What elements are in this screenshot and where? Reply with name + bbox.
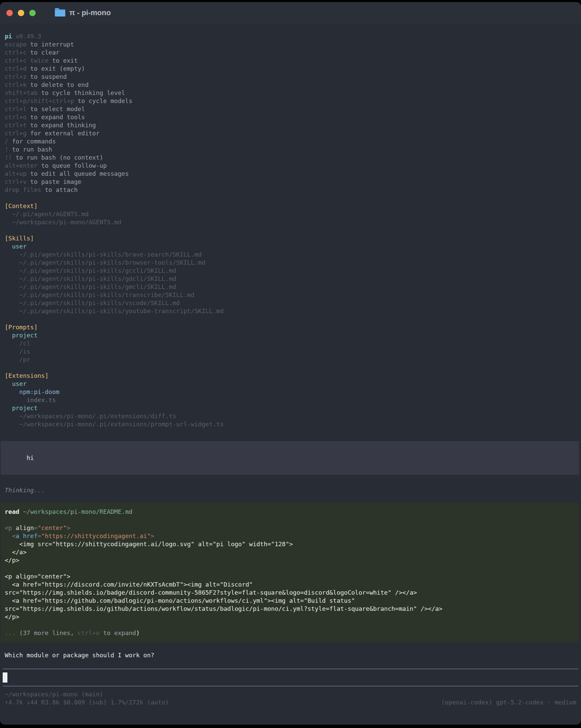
text-segment: a href bbox=[16, 532, 38, 540]
text-segment bbox=[5, 243, 12, 250]
text-segment: ~/.pi/agent/skills/pi-skills/brave-searc… bbox=[19, 251, 202, 258]
log-line: ~/workspaces/pi-mono/AGENTS.md bbox=[5, 218, 576, 226]
log-line: /cl bbox=[5, 339, 576, 347]
log-line: project bbox=[5, 404, 576, 412]
text-segment: ~/.pi/agent/skills/pi-skills/browser-too… bbox=[19, 259, 205, 266]
text-segment bbox=[5, 340, 19, 347]
thinking-indicator: Thinking... bbox=[5, 486, 576, 494]
log-line: ctrl+g for external editor bbox=[5, 129, 576, 137]
log-line: npm:pi-doom bbox=[5, 388, 576, 396]
log-line: ... (37 more lines, ctrl+o to expand) bbox=[5, 629, 575, 637]
text-segment: </a> bbox=[5, 548, 27, 555]
panels-block: [Context] ~/.pi/agent/AGENTS.md ~/worksp… bbox=[5, 202, 576, 428]
log-line: src="https://img.shields.io/github/actio… bbox=[5, 605, 575, 613]
log-line: </p> bbox=[5, 613, 575, 621]
text-segment: <p bbox=[5, 524, 16, 531]
log-line: </a> bbox=[5, 548, 575, 556]
text-segment: to run bash (no context) bbox=[12, 154, 103, 161]
tool-call-read: read ~/workspaces/pi-mono/README.md <p a… bbox=[1, 502, 579, 643]
text-segment: > bbox=[151, 532, 155, 540]
log-line: project bbox=[5, 331, 576, 339]
section-header: [Skills] bbox=[5, 234, 576, 242]
text-segment bbox=[5, 218, 12, 226]
text-segment: project bbox=[12, 405, 38, 412]
token-stats: ↑4.7k ↓44 R3.8k $0.009 (sub) 1.7%/272k (… bbox=[5, 698, 169, 706]
text-segment: to queue follow-up bbox=[38, 162, 107, 169]
log-line: ctrl+l to select model bbox=[5, 105, 576, 113]
log-line: ctrl+t to expand thinking bbox=[5, 121, 576, 129]
log-line bbox=[5, 564, 575, 572]
text-segment: to exit bbox=[49, 57, 78, 64]
text-segment: to delete to end bbox=[27, 81, 88, 88]
section-header: [Prompts] bbox=[5, 323, 576, 331]
cwd-branch: ~/workspaces/pi-mono (main) bbox=[5, 690, 103, 698]
close-button[interactable] bbox=[6, 10, 13, 16]
text-segment: to paste image bbox=[27, 178, 81, 185]
text-segment: / bbox=[5, 138, 8, 145]
log-line: ~/.pi/agent/skills/pi-skills/gccli/SKILL… bbox=[5, 267, 576, 275]
text-segment: ! bbox=[5, 146, 8, 153]
tool-arg-spacer bbox=[19, 508, 23, 515]
text-segment: ~/.pi/agent/skills/pi-skills/youtube-tra… bbox=[19, 307, 223, 314]
blank-line bbox=[5, 621, 575, 629]
text-segment bbox=[5, 380, 12, 387]
text-segment: "center" bbox=[38, 524, 67, 531]
text-segment bbox=[5, 251, 19, 258]
text-segment: npm:pi-doom bbox=[19, 388, 59, 395]
zoom-button[interactable] bbox=[29, 10, 36, 16]
log-line: <a href="https://discord.com/invite/nKXT… bbox=[5, 580, 575, 589]
text-segment bbox=[5, 267, 19, 274]
text-segment: to attach bbox=[41, 186, 77, 193]
thinking-dots: ... bbox=[34, 487, 45, 494]
text-segment: /cl bbox=[19, 340, 30, 347]
log-line: ctrl+k to delete to end bbox=[5, 81, 576, 89]
text-segment bbox=[5, 307, 19, 314]
log-line: ctrl+o to expand tools bbox=[5, 113, 576, 121]
log-line: ~/.pi/agent/skills/pi-skills/gdcli/SKILL… bbox=[5, 275, 576, 283]
text-segment: to expand tools bbox=[27, 113, 85, 121]
text-segment: </p> bbox=[5, 613, 19, 620]
thinking-label: Thinking bbox=[5, 487, 34, 494]
folder-icon bbox=[55, 9, 65, 17]
text-segment: ~/workspaces/pi-mono/.pi/extensions/diff… bbox=[19, 413, 176, 420]
text-segment: for external editor bbox=[27, 130, 100, 137]
text-segment: /is bbox=[19, 348, 30, 355]
log-line: ~/.pi/agent/AGENTS.md bbox=[5, 210, 576, 218]
log-line: / for commands bbox=[5, 137, 576, 146]
log-line: ~/.pi/agent/skills/pi-skills/youtube-tra… bbox=[5, 307, 576, 315]
text-segment: ~/.pi/agent/skills/pi-skills/vscode/SKIL… bbox=[19, 300, 180, 306]
log-line: ! to run bash bbox=[5, 146, 576, 154]
section-skills: [Skills] user ~/.pi/agent/skills/pi-skil… bbox=[5, 234, 576, 315]
tool-arg: ~/workspaces/pi-mono/README.md bbox=[23, 508, 132, 515]
text-segment: > bbox=[67, 524, 70, 531]
prompt-input[interactable] bbox=[3, 669, 578, 686]
text-segment: [Context] bbox=[5, 202, 38, 209]
text-segment: to expand bbox=[100, 629, 136, 636]
text-segment bbox=[5, 291, 19, 298]
minimize-button[interactable] bbox=[18, 10, 24, 16]
user-message-text: hi bbox=[27, 454, 34, 461]
tool-name: read bbox=[5, 508, 19, 515]
log-line: ctrl+d to exit (empty) bbox=[5, 64, 576, 73]
text-segment bbox=[5, 396, 27, 404]
text-segment bbox=[5, 348, 19, 355]
log-line: src="https://img.shields.io/badge/discor… bbox=[5, 589, 575, 597]
text-segment: user bbox=[12, 243, 27, 250]
text-segment: /pr bbox=[19, 356, 30, 363]
log-line: ctrl+v to paste image bbox=[5, 178, 576, 186]
text-segment: ctrl+l bbox=[5, 105, 27, 112]
text-segment: index.ts bbox=[27, 396, 56, 404]
log-line: /is bbox=[5, 347, 576, 356]
text-segment: ctrl+o bbox=[5, 113, 27, 121]
model-info: (openai-codex) gpt-5.2-codex · medium bbox=[441, 698, 576, 706]
log-line: </p> bbox=[5, 556, 575, 564]
log-line: ~/.pi/agent/skills/pi-skills/vscode/SKIL… bbox=[5, 299, 576, 307]
text-segment bbox=[5, 300, 19, 306]
section-header: [Extensions] bbox=[5, 372, 576, 380]
text-segment: to suspend bbox=[27, 73, 67, 80]
text-segment: user bbox=[12, 380, 27, 387]
text-segment: ) bbox=[136, 629, 140, 636]
text-segment: ~/.pi/agent/skills/pi-skills/gdcli/SKILL… bbox=[19, 275, 176, 282]
text-segment: src="https://img.shields.io/github/actio… bbox=[5, 605, 442, 612]
tool-output-code: <p align="center"> <a href="https://shit… bbox=[5, 524, 575, 621]
